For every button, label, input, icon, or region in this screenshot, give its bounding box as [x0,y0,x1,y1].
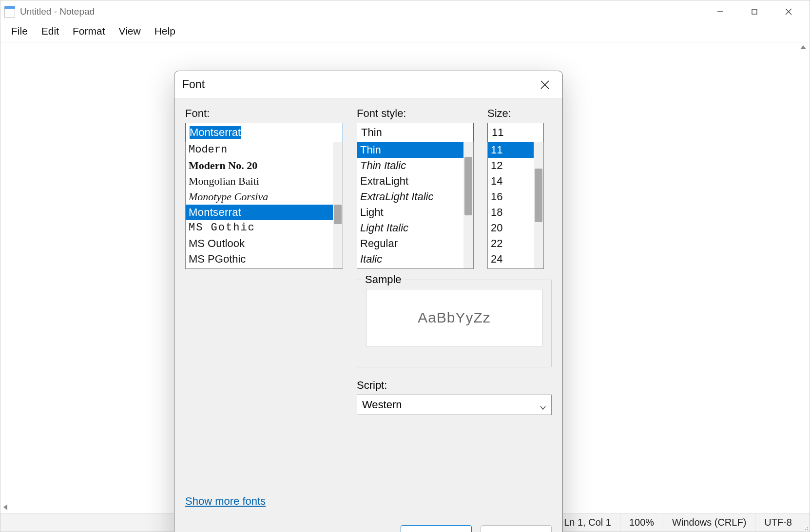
menu-edit[interactable]: Edit [35,23,66,39]
svg-rect-1 [752,9,757,14]
status-encoding: UTF-8 [755,513,801,532]
font-list-item[interactable]: Mongolian Baiti [186,173,333,189]
style-list-item[interactable]: Thin Italic [357,158,463,173]
status-line-ending: Windows (CRLF) [663,513,755,532]
size-list-item[interactable]: 24 [488,251,534,267]
font-list-item[interactable]: Montserrat [186,205,333,220]
style-list-scrollbar[interactable] [463,142,473,268]
notepad-window: Untitled - Notepad File Edit Format View… [0,0,810,532]
font-dialog: Font Font: ModernModern No. 20Mongolian … [174,71,563,532]
svg-point-8 [807,527,808,528]
show-more-fonts-link[interactable]: Show more fonts [185,495,266,508]
size-list-item[interactable]: 20 [488,220,534,236]
font-list-item[interactable]: Monotype Corsiva [186,189,333,205]
sample-group: Sample AaBbYyZz [357,280,552,367]
editor-area[interactable]: Font Font: ModernModern No. 20Mongolian … [0,42,810,513]
close-button[interactable] [771,0,806,23]
ok-button[interactable]: OK [401,525,472,532]
status-zoom: 100% [620,513,663,532]
svg-point-7 [805,529,806,530]
sample-preview: AaBbYyZz [366,289,542,346]
font-list-item[interactable]: MS Outlook [186,236,333,251]
style-label: Font style: [357,107,474,120]
window-controls [703,0,806,23]
script-value: Western [362,399,402,411]
script-label: Script: [357,379,552,392]
maximize-button[interactable] [737,0,771,23]
size-list-item[interactable]: 16 [488,189,534,205]
menu-view[interactable]: View [112,23,148,39]
style-list-item[interactable]: Regular [357,236,463,251]
style-listbox[interactable]: ThinThin ItalicExtraLightExtraLight Ital… [357,142,474,269]
minimize-icon [716,8,724,16]
size-list-item[interactable]: 18 [488,205,534,220]
font-label: Font: [185,107,343,120]
size-list-scrollbar[interactable] [534,142,543,268]
menu-help[interactable]: Help [148,23,182,39]
style-list-item[interactable]: Light Italic [357,220,463,236]
size-list-item[interactable]: 14 [488,173,534,189]
style-list-item[interactable]: ExtraLight Italic [357,189,463,205]
dialog-close-button[interactable] [534,74,556,95]
vertical-scrollbar[interactable] [799,43,809,55]
svg-point-6 [807,529,808,530]
font-list-item[interactable]: MS PGothic [186,251,333,267]
menu-file[interactable]: File [4,23,35,39]
font-input[interactable] [185,123,343,142]
chevron-down-icon [540,401,546,408]
sample-label: Sample [362,273,405,286]
font-list-item[interactable]: MS Gothic [186,220,333,236]
notepad-icon [4,6,15,18]
minimize-button[interactable] [703,0,737,23]
menu-format[interactable]: Format [66,23,112,39]
close-icon [540,80,550,90]
size-list-item[interactable]: 12 [488,158,534,173]
size-list-item[interactable]: 11 [488,142,534,158]
style-list-item[interactable]: Thin [357,142,463,158]
font-listbox[interactable]: ModernModern No. 20Mongolian BaitiMonoty… [185,142,343,269]
style-input[interactable] [357,123,474,142]
menubar: File Edit Format View Help [0,23,810,42]
horizontal-scrollbar[interactable] [2,503,11,512]
close-icon [785,8,792,16]
size-label: Size: [487,107,544,120]
style-list-item[interactable]: Italic [357,251,463,267]
resize-grip-icon[interactable] [801,513,810,532]
maximize-icon [751,8,758,15]
font-list-item[interactable]: Modern [186,142,333,158]
size-input[interactable] [487,123,544,142]
script-select[interactable]: Western [357,395,552,415]
font-list-item[interactable]: Modern No. 20 [186,158,333,173]
status-position: Ln 1, Col 1 [555,513,620,532]
style-list-item[interactable]: ExtraLight [357,173,463,189]
dialog-title: Font [182,78,205,91]
size-list-item[interactable]: 22 [488,236,534,251]
titlebar: Untitled - Notepad [0,0,810,23]
cancel-button[interactable]: Cancel [481,525,552,532]
font-list-scrollbar[interactable] [333,142,343,268]
dialog-titlebar: Font [174,71,562,98]
size-listbox[interactable]: 1112141618202224 [487,142,544,269]
style-list-item[interactable]: Light [357,205,463,220]
window-title: Untitled - Notepad [20,6,95,17]
